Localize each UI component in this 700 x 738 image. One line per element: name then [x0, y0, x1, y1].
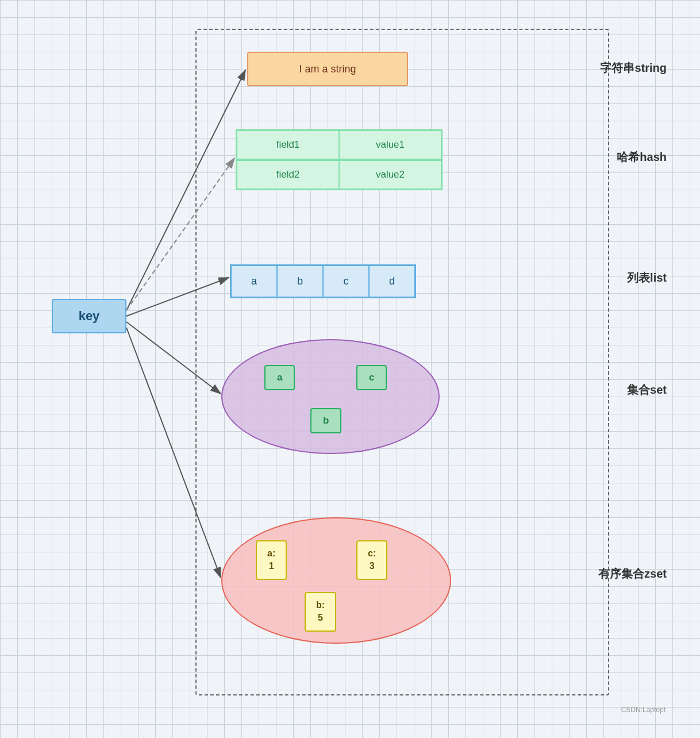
hash-label: 哈希hash: [617, 149, 667, 165]
key-box: key: [52, 299, 126, 333]
hash-table: field1 value1 field2 value2: [236, 129, 443, 189]
hash-value-1: value1: [339, 130, 441, 159]
set-label: 集合set: [627, 382, 667, 398]
hash-field-1: field1: [237, 130, 339, 159]
list-item-d: d: [369, 266, 415, 297]
set-item-c: c: [356, 365, 387, 390]
hash-row-1: field1 value1: [236, 129, 443, 160]
zset-item-a: a:1: [256, 540, 287, 580]
key-label: key: [79, 309, 100, 324]
hash-row-2: field2 value2: [236, 159, 443, 190]
list-item-a: a: [231, 266, 277, 297]
watermark: CSDN:Laptopt: [621, 706, 666, 714]
list-item-b: b: [277, 266, 323, 297]
string-label: 字符串string: [600, 60, 667, 76]
list-label: 列表list: [627, 270, 667, 286]
hash-field-2: field2: [237, 160, 339, 189]
string-value: I am a string: [299, 63, 356, 75]
set-item-b: b: [310, 408, 341, 433]
zset-item-b: b:5: [305, 592, 336, 632]
list-item-c: c: [323, 266, 369, 297]
zset-item-c: c:3: [356, 540, 387, 580]
list-row: a b c d: [230, 264, 416, 298]
hash-value-2: value2: [339, 160, 441, 189]
set-ellipse: [221, 339, 440, 454]
string-box: I am a string: [247, 52, 408, 86]
zset-label: 有序集合zset: [598, 566, 667, 582]
set-item-a: a: [264, 365, 295, 390]
